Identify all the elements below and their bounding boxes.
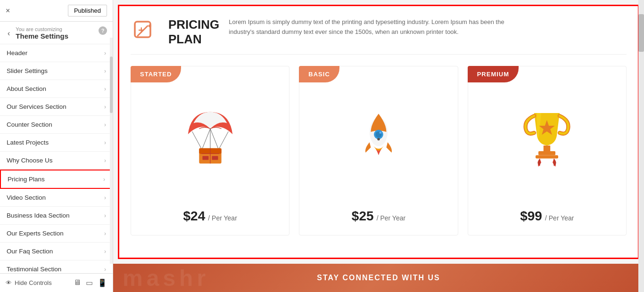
sidebar-item-pricing-plans[interactable]: Pricing Plans› — [0, 170, 113, 189]
pricing-tag-icon — [131, 17, 159, 46]
desktop-icon[interactable]: 🖥 — [74, 278, 81, 287]
sidebar-item-testimonial-section[interactable]: Testimonial Section› — [0, 260, 113, 273]
nav-item-label: Slider Settings — [7, 67, 48, 74]
sidebar-close-button[interactable]: × — [6, 7, 10, 15]
svg-rect-24 — [536, 155, 558, 159]
stay-connected-overlay: STAY CONNECTED WITH US — [113, 264, 644, 292]
chevron-right-icon: › — [104, 50, 106, 57]
footer-icons: 🖥 ▭ 📱 — [74, 278, 107, 287]
sidebar-nav: Header›Slider Settings›About Section›Our… — [0, 44, 113, 273]
sidebar-topbar: × Published — [0, 0, 113, 22]
nav-item-label: Our Experts Section — [7, 230, 64, 237]
price-amount-premium: $99 — [520, 209, 542, 223]
nav-item-label: Testimonial Section — [7, 266, 61, 273]
sidebar-item-latest-projects[interactable]: Latest Projects› — [0, 134, 113, 152]
svg-line-7 — [210, 129, 219, 150]
sidebar-item-business-idea-section[interactable]: Business Idea Section› — [0, 207, 113, 225]
svg-point-19 — [380, 132, 381, 134]
pricing-cards: STARTED $24 / Per Year BASIC — [131, 66, 627, 235]
svg-line-9 — [218, 132, 228, 150]
sidebar-item-slider-settings[interactable]: Slider Settings› — [0, 62, 113, 80]
sidebar-title-block: You are customizing Theme Settings — [16, 26, 68, 40]
nav-item-label: Video Section — [7, 194, 46, 201]
nav-item-label: Business Idea Section — [7, 212, 70, 219]
chevron-right-icon: › — [104, 157, 106, 164]
svg-point-20 — [377, 138, 380, 141]
card-image-premium — [519, 90, 575, 184]
mobile-icon[interactable]: 📱 — [98, 278, 107, 287]
sidebar-item-about-section[interactable]: About Section› — [0, 80, 113, 98]
pricing-section: PRICING PLAN Lorem Ipsum is simply dummy… — [118, 5, 639, 259]
chevron-right-icon: › — [104, 230, 106, 237]
pricing-title-line2: PLAN — [168, 32, 202, 46]
svg-line-8 — [192, 132, 202, 150]
nav-item-label: Why Choose Us — [7, 157, 53, 164]
nav-item-label: Our Services Section — [7, 103, 66, 110]
help-icon[interactable]: ? — [99, 26, 107, 35]
nav-item-label: About Section — [7, 85, 46, 92]
back-button[interactable]: ‹ — [6, 29, 12, 38]
sidebar-header-left: ‹ You are customizing Theme Settings — [6, 26, 68, 40]
sidebar-scrollbar-thumb — [110, 57, 113, 113]
hide-controls-button[interactable]: 👁 Hide Controls — [6, 279, 52, 286]
main-content: PRICING PLAN Lorem Ipsum is simply dummy… — [113, 0, 644, 292]
sidebar-footer: 👁 Hide Controls 🖥 ▭ 📱 — [0, 273, 113, 292]
sidebar-item-our-faq-section[interactable]: Our Faq Section› — [0, 243, 113, 260]
svg-rect-15 — [212, 156, 218, 160]
right-scrollbar-thumb — [638, 14, 644, 52]
card-price-basic: $25 / Per Year — [352, 199, 405, 224]
svg-rect-0 — [135, 22, 150, 37]
nav-item-label: Header — [7, 49, 27, 57]
price-amount-started: $24 — [183, 209, 205, 223]
svg-line-5 — [202, 129, 210, 150]
pricing-header: PRICING PLAN Lorem Ipsum is simply dummy… — [131, 17, 627, 55]
sidebar-item-our-services-section[interactable]: Our Services Section› — [0, 98, 113, 116]
pricing-title-line1: PRICING — [168, 17, 219, 32]
nav-item-label: Counter Section — [7, 121, 52, 128]
pricing-icon-area — [131, 17, 159, 46]
card-badge-premium: PREMIUM — [468, 66, 519, 82]
svg-line-2 — [138, 26, 148, 36]
card-badge-started: STARTED — [131, 66, 181, 82]
stay-connected-strip: mashr STAY CONNECTED WITH US — [113, 264, 644, 292]
sidebar-item-why-choose-us[interactable]: Why Choose Us› — [0, 152, 113, 170]
nav-item-label: Our Faq Section — [7, 248, 53, 255]
sidebar: × Published ‹ You are customizing Theme … — [0, 0, 113, 292]
chevron-right-icon: › — [104, 104, 106, 110]
price-period-started: / Per Year — [208, 214, 237, 222]
pricing-description: Lorem Ipsum is simply dummy text of the … — [229, 17, 512, 37]
published-button[interactable]: Published — [68, 5, 107, 16]
sidebar-item-video-section[interactable]: Video Section› — [0, 189, 113, 207]
customizing-text: You are customizing — [16, 26, 68, 32]
price-period-premium: / Per Year — [545, 214, 574, 222]
chevron-right-icon: › — [104, 212, 106, 219]
tablet-icon[interactable]: ▭ — [86, 278, 93, 287]
card-image-basic — [353, 90, 405, 184]
sidebar-item-counter-section[interactable]: Counter Section› — [0, 116, 113, 134]
chevron-right-icon: › — [104, 248, 106, 255]
sidebar-item-our-experts-section[interactable]: Our Experts Section› — [0, 225, 113, 243]
card-price-started: $24 / Per Year — [183, 199, 237, 224]
chevron-right-icon: › — [104, 266, 106, 273]
svg-rect-23 — [538, 151, 555, 155]
pricing-card-basic: BASIC $25 / Per Year — [299, 66, 458, 235]
eye-icon: 👁 — [6, 279, 12, 286]
card-badge-basic: BASIC — [299, 66, 339, 82]
sidebar-scrollbar — [110, 38, 113, 264]
chevron-right-icon: › — [104, 122, 106, 128]
card-price-premium: $99 / Per Year — [520, 199, 574, 224]
sidebar-header: ‹ You are customizing Theme Settings ? — [0, 22, 113, 44]
sidebar-item-header[interactable]: Header› — [0, 44, 113, 62]
price-amount-basic: $25 — [352, 209, 374, 223]
chevron-right-icon: › — [104, 68, 106, 74]
card-image-started — [182, 90, 239, 184]
chevron-right-icon: › — [104, 86, 106, 92]
chevron-right-icon: › — [104, 195, 106, 201]
pricing-card-premium: PREMIUM $99 / Per Year — [468, 66, 627, 235]
nav-item-label: Latest Projects — [7, 139, 49, 146]
chevron-right-icon: › — [104, 139, 106, 146]
chevron-right-icon: › — [103, 176, 105, 183]
pricing-card-started: STARTED $24 / Per Year — [131, 66, 289, 235]
svg-rect-22 — [544, 146, 550, 151]
pricing-title: PRICING PLAN — [168, 17, 219, 47]
